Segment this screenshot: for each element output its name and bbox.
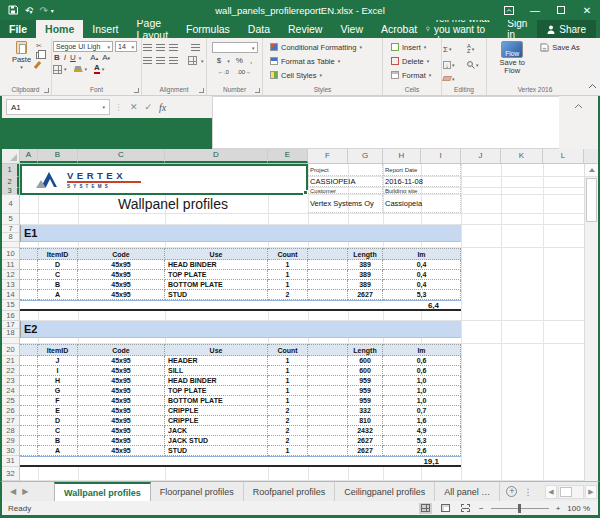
customer-value[interactable]: Vertex Systems Oy <box>308 195 383 213</box>
cell[interactable]: 959 <box>348 386 383 396</box>
cell[interactable] <box>20 446 38 456</box>
report-date-value[interactable]: 2016-11-08 <box>383 177 461 187</box>
cell[interactable]: Count <box>268 344 308 356</box>
cell[interactable]: 959 <box>348 396 383 406</box>
ribbon-tab-acrobat[interactable]: Acrobat <box>372 20 426 38</box>
row-header-5[interactable]: 5 <box>2 214 19 225</box>
cell[interactable]: 45x95 <box>78 416 165 426</box>
ribbon-tab-insert[interactable]: Insert <box>83 20 127 38</box>
cell[interactable]: 1 <box>268 356 308 366</box>
cut-button[interactable]: ✂ <box>36 42 42 50</box>
cell[interactable]: 45x95 <box>78 436 165 446</box>
sign-in-link[interactable]: Sign in <box>507 18 527 40</box>
font-dialog-launcher-icon[interactable] <box>134 88 139 93</box>
copy-button[interactable] <box>36 52 42 59</box>
report-title[interactable]: Wallpanel profiles <box>38 195 308 213</box>
cell[interactable]: STUD <box>165 290 268 300</box>
cell[interactable] <box>20 436 38 446</box>
cell[interactable]: 45x95 <box>78 446 165 456</box>
cell[interactable]: 1 <box>268 446 308 456</box>
cell[interactable]: CRIPPLE <box>165 406 268 416</box>
redo-button[interactable]: ↷ <box>39 5 47 16</box>
cell[interactable]: 45x95 <box>78 290 165 300</box>
clipboard-dialog-launcher-icon[interactable] <box>44 88 49 93</box>
cell[interactable]: 389 <box>348 270 383 280</box>
row-header-1[interactable]: 1 <box>2 164 19 177</box>
cell[interactable]: 1,0 <box>383 386 461 396</box>
cell[interactable]: 5,3 <box>383 290 461 300</box>
save-to-flow-button[interactable]: Flow Save to Flow <box>490 40 534 84</box>
row-header-18[interactable]: 18 <box>2 329 19 338</box>
cell[interactable]: 45x95 <box>78 270 165 280</box>
row-header-14[interactable]: 14 <box>2 290 19 300</box>
row-header-31[interactable]: 31 <box>2 456 19 467</box>
cell[interactable] <box>308 416 348 426</box>
cell-styles-button[interactable]: Cell Styles▾ <box>270 68 381 82</box>
cell[interactable]: ItemID <box>38 248 78 260</box>
file-tab[interactable]: File <box>0 20 36 38</box>
sheet-tab-wallpanel-profiles[interactable]: Wallpanel profiles <box>54 482 151 501</box>
project-label[interactable]: Project <box>308 164 383 176</box>
report-date-label[interactable]: Report Date <box>383 164 461 176</box>
section-header-E1[interactable]: E1 <box>20 225 461 242</box>
cell[interactable]: 2 <box>268 426 308 436</box>
cell[interactable]: 389 <box>348 260 383 270</box>
sheet-nav-left-icon[interactable]: ◀ <box>10 487 16 496</box>
customer-label[interactable]: Customer <box>308 188 383 194</box>
cell[interactable] <box>308 344 348 356</box>
sheet-tab-all-panel-[interactable]: All panel … <box>435 482 500 501</box>
horizontal-scrollbar-thumb[interactable] <box>560 487 572 497</box>
cell[interactable]: JACK STUD <box>165 436 268 446</box>
underline-button[interactable]: U <box>69 53 77 63</box>
insert-cells-button[interactable]: Insert▾ <box>391 40 440 54</box>
scroll-up-icon[interactable] <box>585 164 598 177</box>
cell[interactable]: STUD <box>165 446 268 456</box>
sheet-tab-floorpanel-profiles[interactable]: Floorpanel profiles <box>151 482 244 501</box>
cell[interactable]: 1 <box>268 396 308 406</box>
cell[interactable]: C <box>38 270 78 280</box>
cell[interactable]: B <box>38 436 78 446</box>
cell[interactable] <box>308 446 348 456</box>
cell[interactable] <box>308 260 348 270</box>
cell[interactable]: 0,7 <box>383 406 461 416</box>
cell[interactable]: HEAD BINDER <box>165 376 268 386</box>
cell[interactable]: 2627 <box>348 436 383 446</box>
zoom-level[interactable]: 100 % <box>567 504 590 513</box>
cell[interactable]: 1 <box>268 270 308 280</box>
cell[interactable]: D <box>38 416 78 426</box>
cell[interactable]: F <box>38 396 78 406</box>
page-break-view-button[interactable] <box>459 503 472 514</box>
cell[interactable]: 600 <box>348 366 383 376</box>
row-header-29[interactable]: 29 <box>2 436 19 446</box>
save-icon[interactable] <box>8 5 18 15</box>
cell[interactable]: 810 <box>348 416 383 426</box>
increase-font-button[interactable]: A▴ <box>89 53 99 63</box>
cell[interactable]: TOP PLATE <box>165 386 268 396</box>
save-as-button[interactable]: Save As <box>540 40 580 84</box>
cell[interactable]: 1 <box>268 386 308 396</box>
column-header-F[interactable]: F <box>308 149 348 163</box>
cell[interactable]: Count <box>268 248 308 260</box>
selection-fill-handle[interactable] <box>303 190 308 195</box>
align-middle-icon[interactable] <box>156 44 165 51</box>
name-box[interactable]: A1▾ <box>6 99 110 115</box>
bold-button[interactable]: B <box>53 53 61 63</box>
cell[interactable] <box>308 406 348 416</box>
cell[interactable]: ItemID <box>38 344 78 356</box>
cell[interactable]: Code <box>78 248 165 260</box>
row-header-20[interactable]: 20 <box>2 344 19 356</box>
increase-decimal-button[interactable]: ←.0 <box>217 67 230 77</box>
format-cells-button[interactable]: Format▾ <box>391 68 440 82</box>
cell[interactable]: 1 <box>268 366 308 376</box>
row-header-28[interactable]: 28 <box>2 426 19 436</box>
cell[interactable]: 45x95 <box>78 356 165 366</box>
cell[interactable]: 2 <box>268 416 308 426</box>
ribbon-display-options-button[interactable] <box>496 0 522 20</box>
number-format-select[interactable]: ▾ <box>212 42 258 53</box>
building-site-label[interactable]: Building site <box>383 188 461 194</box>
clear-button[interactable]: ▾ <box>443 76 461 82</box>
cell[interactable] <box>308 366 348 376</box>
normal-view-button[interactable] <box>419 503 432 514</box>
row-header-4[interactable]: 4 <box>2 195 19 214</box>
cell[interactable] <box>20 248 38 260</box>
